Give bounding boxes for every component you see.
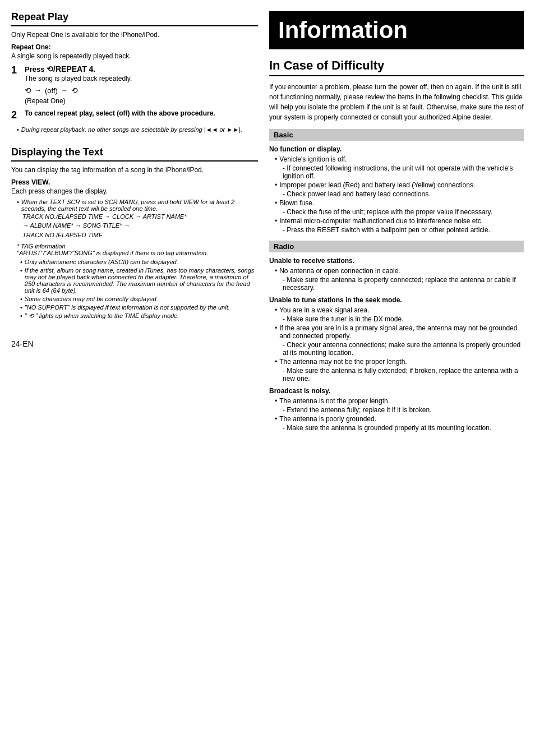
- page: Repeat Play Only Repeat One is available…: [0, 0, 535, 756]
- period: .: [93, 65, 95, 73]
- item-antenna-not-proper: The antenna is not the proper length.: [275, 397, 524, 405]
- dash-primary-area: Check your antenna connections; make sur…: [283, 341, 524, 357]
- page-number: 24-EN: [11, 336, 258, 349]
- lights-text: " ⟲ " lights up when switching to the TI…: [25, 312, 179, 320]
- repeat-diagram: ⟲ → (off) → ⟲: [25, 86, 258, 95]
- unable-tune-items: You are in a weak signal area. Make sure…: [275, 306, 524, 382]
- page-suffix: -EN: [20, 339, 34, 348]
- displaying-intro: You can display the tag information of a…: [11, 166, 258, 174]
- primary-area-text: If the area you are in is a primary sign…: [279, 324, 524, 340]
- repeat-play-title: Repeat Play: [11, 11, 258, 26]
- no-antenna-text: No antenna or open connection in cable.: [279, 267, 400, 275]
- arrow-2: →: [61, 86, 68, 94]
- page-num-text: 24: [11, 339, 20, 348]
- step-1-press: Press ⟲/REPEAT 4.: [25, 64, 258, 73]
- weak-signal-text: You are in a weak signal area.: [279, 306, 369, 314]
- radio-header: Radio: [269, 241, 524, 252]
- step-2-content: To cancel repeat play, select (off) with…: [25, 109, 258, 117]
- repeat-icon-1: ⟲: [25, 86, 31, 95]
- dash-antenna-length: Make sure the antenna is fully extended;…: [283, 367, 524, 382]
- repeat-note-text: During repeat playback, no other songs a…: [21, 126, 242, 133]
- step-1-desc: The song is played back repeatedly.: [25, 75, 258, 82]
- no-function-items: Vehicle's ignition is off. If connected …: [275, 155, 524, 234]
- off-label: (off): [45, 86, 58, 95]
- antenna-length-text: The antenna may not be the proper length…: [279, 358, 407, 366]
- information-header: Information: [269, 11, 524, 49]
- dash-antenna-not-proper: Extend the antenna fully; replace it if …: [283, 406, 524, 414]
- bullet-chars: Some characters may not be correctly dis…: [20, 296, 258, 302]
- microcomputer-text: Internal micro-computer malfunctioned du…: [279, 217, 483, 225]
- item-no-antenna: No antenna or open connection in cable.: [275, 267, 524, 275]
- dash-power-lead: Check power lead and battery lead connec…: [283, 190, 524, 198]
- repeat-key: ⟲/REPEAT 4: [47, 64, 93, 73]
- repeat-one-diagram-label: (Repeat One): [25, 97, 258, 105]
- item-fuse: Blown fuse.: [275, 199, 524, 207]
- tag-note: * TAG information "ARTIST"/"ALBUM"/"SONG…: [17, 243, 258, 256]
- item-ignition: Vehicle's ignition is off.: [275, 155, 524, 163]
- bullet-ascii: Only alphanumeric characters (ASCII) can…: [20, 259, 258, 265]
- repeat-play-intro: Only Repeat One is available for the iPh…: [11, 31, 258, 39]
- step-1: 1 Press ⟲/REPEAT 4. The song is played b…: [11, 64, 258, 105]
- step-2-text: To cancel repeat play, select (off) with…: [25, 109, 258, 117]
- itunes-text: If the artist, album or song name, creat…: [25, 267, 258, 294]
- dash-antenna-grounded: Make sure the antenna is grounded proper…: [283, 424, 524, 432]
- right-column: Information In Case of Difficulty If you…: [269, 11, 524, 745]
- press-view-desc: Each press changes the display.: [11, 187, 258, 195]
- unable-receive-items: No antenna or open connection in cable. …: [275, 267, 524, 292]
- intro-text: If you encounter a problem, please turn …: [269, 82, 524, 122]
- basic-header: Basic: [269, 129, 524, 141]
- dash-weak-signal: Make sure the tuner is in the DX mode.: [283, 315, 524, 323]
- power-lead-text: Improper power lead (Red) and battery le…: [279, 181, 475, 189]
- bullet-itunes: If the artist, album or song name, creat…: [20, 267, 258, 294]
- item-power-lead: Improper power lead (Red) and battery le…: [275, 181, 524, 189]
- italic-note-text: When the TEXT SCR is set to SCR MANU, pr…: [21, 199, 258, 212]
- displaying-section: Displaying the Text You can display the …: [11, 146, 258, 320]
- bullet-lights: " ⟲ " lights up when switching to the TI…: [20, 312, 258, 320]
- antenna-not-proper-text: The antenna is not the proper length.: [279, 397, 390, 405]
- chars-text: Some characters may not be correctly dis…: [25, 296, 158, 302]
- repeat-play-section: Repeat Play Only Repeat One is available…: [11, 11, 258, 133]
- unable-receive-heading: Unable to receive stations.: [269, 257, 524, 265]
- basic-section: Basic No function or display. Vehicle's …: [269, 129, 524, 234]
- broadcast-noisy-items: The antenna is not the proper length. Ex…: [275, 397, 524, 432]
- step-1-content: Press ⟲/REPEAT 4. The song is played bac…: [25, 64, 258, 105]
- step-2-number: 2: [11, 109, 20, 122]
- arrow-1: →: [35, 86, 41, 94]
- bullet-nosupport: "NO SUPPORT" is displayed if text inform…: [20, 304, 258, 311]
- dash-no-antenna: Make sure the antenna is properly connec…: [283, 276, 524, 292]
- ignition-text: Vehicle's ignition is off.: [279, 155, 347, 163]
- dash-ignition: If connected following instructions, the…: [283, 164, 524, 180]
- broadcast-noisy-heading: Broadcast is noisy.: [269, 387, 524, 395]
- radio-section: Radio Unable to receive stations. No ant…: [269, 241, 524, 432]
- repeat-icon-2: ⟲: [71, 86, 78, 95]
- repeat-one-label: Repeat One:: [11, 43, 258, 51]
- antenna-grounded-text: The antenna is poorly grounded.: [279, 415, 376, 423]
- item-antenna-grounded: The antenna is poorly grounded.: [275, 415, 524, 423]
- item-microcomputer: Internal micro-computer malfunctioned du…: [275, 217, 524, 225]
- step-2: 2 To cancel repeat play, select (off) wi…: [11, 109, 258, 122]
- dash-fuse: Check the fuse of the unit; replace with…: [283, 208, 524, 216]
- italic-note-container: • When the TEXT SCR is set to SCR MANU, …: [11, 199, 258, 240]
- press-text: Press: [25, 65, 47, 73]
- dash-microcomputer: Press the RESET switch with a ballpoint …: [283, 226, 524, 234]
- left-column: Repeat Play Only Repeat One is available…: [11, 11, 258, 745]
- fuse-text: Blown fuse.: [279, 199, 314, 207]
- unable-tune-heading: Unable to tune stations in the seek mode…: [269, 296, 524, 304]
- press-view-label: Press VIEW.: [11, 178, 258, 186]
- no-function-heading: No function or display.: [269, 145, 524, 153]
- repeat-one-desc: A single song is repeatedly played back.: [11, 52, 258, 60]
- ascii-text: Only alphanumeric characters (ASCII) can…: [25, 259, 178, 265]
- bullet-dot: •: [17, 199, 19, 212]
- item-primary-area: If the area you are in is a primary sign…: [275, 324, 524, 340]
- nosupport-text: "NO SUPPORT" is displayed if text inform…: [25, 304, 230, 311]
- view-key: VIEW: [31, 178, 48, 186]
- in-case-title: In Case of Difficulty: [269, 58, 524, 76]
- italic-note: • When the TEXT SCR is set to SCR MANU, …: [17, 199, 258, 212]
- track-display: TRACK NO./ELAPSED TIME → CLOCK → ARTIST …: [22, 212, 258, 240]
- repeat-bullet-note: During repeat playback, no other songs a…: [17, 126, 258, 133]
- item-weak-signal: You are in a weak signal area.: [275, 306, 524, 314]
- item-antenna-length: The antenna may not be the proper length…: [275, 358, 524, 366]
- displaying-title: Displaying the Text: [11, 146, 258, 162]
- step-1-number: 1: [11, 64, 20, 77]
